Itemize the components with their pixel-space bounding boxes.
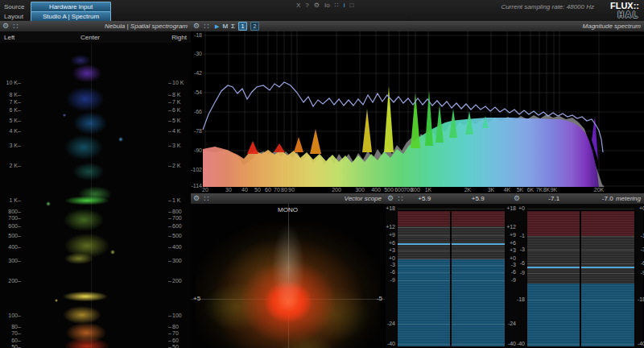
freq-tick-mark [18, 121, 21, 122]
meter-scale-label: +6 [506, 240, 516, 246]
minus5-scale-label: -5 [377, 295, 382, 302]
freq-tick-label: 300 [0, 258, 18, 264]
freq-tick-mark [18, 131, 21, 132]
gear-icon[interactable]: ⚙ [193, 194, 200, 203]
window-icon[interactable]: □ [350, 1, 354, 10]
freq-tick-label: 700 [0, 215, 18, 222]
meter-scale-label: -18 [514, 296, 525, 303]
meter-value-label: +5.9 [408, 195, 440, 202]
spectrum-peak-spike [274, 143, 285, 152]
meter-scale-label: -24 [385, 321, 395, 327]
info-icon[interactable]: i [344, 1, 345, 10]
freq-tick-mark [168, 146, 171, 147]
freq-tick-mark [18, 95, 21, 96]
freq-tick-label: 9K [551, 187, 558, 193]
freq-tick-label: 300 [172, 258, 190, 264]
io-icon[interactable]: Io [324, 1, 330, 10]
gear-icon[interactable]: ⚙ [193, 22, 200, 31]
freq-tick-label: 200 [172, 278, 190, 284]
window-toolbar: X?⚙Io∷i□ [296, 1, 353, 10]
spectrum-peak-spike [436, 105, 444, 143]
meter-scale-label: -9 [506, 277, 516, 284]
center-axis-line [91, 43, 92, 348]
freq-tick-mark [18, 212, 21, 213]
meter-scale-label: -9 [385, 277, 395, 284]
freq-tick-label: 100 [0, 313, 18, 319]
db-tick-label: -102 [191, 167, 202, 172]
fullscreen-icon[interactable]: ∷ [335, 1, 339, 10]
freq-tick-label: 500 [384, 187, 394, 193]
freq-tick-mark [168, 131, 171, 132]
gear-icon[interactable]: ⚙ [2, 22, 9, 31]
help-icon[interactable]: ? [305, 1, 308, 10]
expand-icon[interactable]: ∷ [398, 194, 402, 203]
meter-scale-label: -9 [635, 270, 644, 276]
freq-tick-label: 80 [281, 187, 287, 193]
freq-tick-label: 3 K [172, 143, 190, 149]
freq-tick-mark [18, 201, 21, 201]
freq-tick-mark [18, 83, 21, 84]
meter-scale-label: -18 [635, 296, 644, 303]
freq-tick-label: 6K [527, 187, 535, 193]
meter-scale-label: -24 [506, 321, 516, 327]
spectrum-peak-spike [384, 86, 394, 152]
freq-tick-label: 2K [464, 187, 472, 193]
freq-tick-label: 700 [172, 215, 190, 222]
meter-scale-label: -40 [385, 341, 395, 347]
meter-scale-label: +3 [385, 247, 395, 254]
freq-tick-label: 8 K [0, 92, 18, 98]
freq-tick-mark [168, 121, 171, 122]
freq-tick-label: 8 K [172, 92, 190, 98]
freq-tick-label: 70 [0, 330, 18, 337]
settings-icon[interactable]: ⚙ [314, 1, 320, 10]
panel-title: Magnitude spectrum [583, 23, 641, 30]
freq-tick-mark [18, 281, 21, 282]
expand-icon[interactable]: ∷ [13, 22, 17, 31]
freq-tick-label: 6 K [0, 107, 18, 114]
freq-tick-label: 4K [504, 187, 511, 193]
view-2-button[interactable]: 2 [250, 22, 259, 31]
expand-icon[interactable]: ∷ [204, 22, 208, 31]
freq-tick-label: 7K [536, 187, 543, 193]
close-icon[interactable]: X [296, 1, 300, 10]
view-1-button[interactable]: 1 [238, 22, 247, 31]
panel-title: Vector scope [345, 195, 382, 202]
meter-scale-label: +0 [514, 205, 525, 212]
spectrum-peak-spike [310, 129, 321, 154]
play-button[interactable]: ▶ [215, 23, 219, 30]
freq-tick-label: 50 [254, 187, 261, 193]
freq-tick-label: 1 K [0, 197, 18, 204]
plus5-scale-label: +5 [193, 295, 200, 302]
freq-tick-mark [168, 83, 171, 84]
freq-tick-label: 10 K [0, 80, 18, 86]
db-tick-label: -18 [194, 32, 202, 38]
vector-scope-panel: ⚙ ∷ Vector scope MONO +5 -5 [191, 193, 385, 348]
freq-tick-label: 300 [355, 187, 365, 193]
expand-icon[interactable]: ∷ [204, 194, 208, 203]
meter-scale-label: -1 [635, 233, 644, 239]
peak-hold-icon[interactable]: M [222, 23, 228, 30]
freq-tick-label: 200 [0, 278, 18, 284]
gear-icon[interactable]: ⚙ [387, 194, 394, 203]
freq-tick-label: 20 [202, 187, 208, 193]
sum-icon[interactable]: Σ [231, 23, 235, 30]
freq-tick-label: 600 [172, 223, 190, 230]
meter-scale-label: -3 [385, 262, 395, 268]
spectrum-panel-header: ⚙ ∷ ▶ M Σ 1 2 Magnitude spectrum [191, 21, 644, 32]
freq-tick-label: 80 [0, 324, 18, 330]
freq-tick-label: 7 K [0, 99, 18, 106]
freq-tick-mark [168, 261, 171, 262]
freq-tick-label: 200 [332, 187, 341, 193]
freq-tick-label: 600 [0, 223, 18, 230]
freq-tick-label: 3 K [0, 143, 18, 149]
mono-mode-label: MONO [191, 206, 385, 213]
freq-tick-mark [18, 146, 21, 147]
vectorscope-blob [196, 222, 381, 348]
gear-icon[interactable]: ⚙ [514, 194, 520, 203]
freq-tick-mark [18, 334, 21, 334]
freq-tick-mark [18, 236, 21, 237]
spatial-spectrogram-plot [0, 43, 191, 348]
meter-scale-label: +12 [506, 224, 516, 230]
magnitude-spectrum-plot: -18-30-42-54-66-78-90-102-11420304050607… [191, 31, 644, 193]
meter-scale-label: +9 [385, 232, 395, 238]
